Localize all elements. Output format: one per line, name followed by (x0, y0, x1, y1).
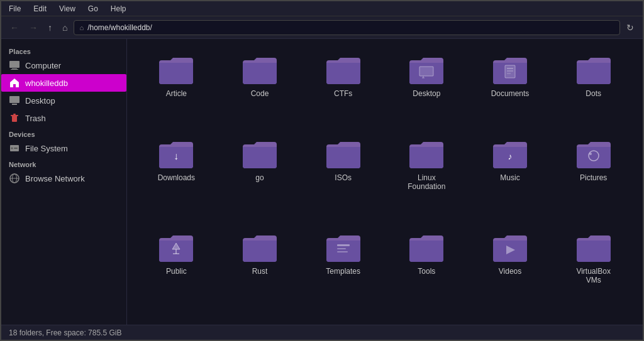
folder-label-ctfs: CTFs (334, 89, 352, 98)
folder-item-virtualbox-vms[interactable]: VirtualBox VMs (554, 227, 633, 315)
svg-text:♪: ♪ (508, 151, 512, 161)
folder-item-downloads[interactable]: ↓ Downloads (137, 133, 216, 221)
sidebar-item-desktop[interactable]: Desktop (1, 92, 126, 109)
file-area: Article Code CTFs Desktop Documents (127, 39, 643, 325)
sidebar-item-trash[interactable]: Trash (1, 109, 126, 127)
address-text: /home/whokilleddb/ (87, 23, 152, 32)
sidebar-label-trash: Trash (25, 114, 46, 123)
svg-point-9 (11, 148, 13, 149)
folder-label-linux-foundation: Linux Foundation (401, 173, 452, 191)
folder-label-public: Public (166, 267, 187, 276)
refresh-button[interactable]: ↻ (623, 20, 638, 35)
menu-file[interactable]: File (6, 3, 23, 14)
menu-go[interactable]: Go (86, 3, 101, 14)
sidebar-item-computer[interactable]: Computer (1, 57, 126, 74)
folder-label-videos: Videos (499, 267, 521, 276)
folder-icon-tools (408, 232, 445, 263)
network-header: Network (1, 157, 126, 170)
svg-rect-17 (505, 65, 515, 78)
svg-text:↓: ↓ (174, 151, 179, 161)
folder-icon-desktop (408, 54, 445, 85)
sidebar-item-filesystem[interactable]: File System (1, 139, 126, 157)
statusbar: 18 folders, Free space: 785.5 GiB (1, 325, 643, 340)
svg-rect-5 (12, 116, 17, 122)
folder-icon-code (242, 54, 278, 85)
svg-rect-2 (11, 69, 18, 70)
menubar: File Edit View Go Help (1, 1, 643, 16)
folder-label-virtualbox-vms: VirtualBox VMs (569, 267, 619, 284)
folder-icon-templates (325, 232, 362, 263)
svg-rect-10 (14, 148, 18, 149)
svg-rect-4 (12, 104, 17, 105)
folder-item-music[interactable]: ♪ Music (471, 133, 550, 221)
svg-rect-7 (13, 114, 16, 115)
sidebar: Places Computer whokilleddb Desktop Tras… (1, 39, 127, 325)
sidebar-item-browse-network[interactable]: Browse Network (1, 170, 126, 187)
back-button[interactable]: ← (6, 20, 23, 35)
sidebar-label-computer: Computer (25, 61, 61, 70)
folder-icon-go (242, 138, 278, 170)
folder-icon-pictures (575, 138, 612, 170)
folder-icon-linux-foundation (408, 138, 445, 170)
folder-label-tools: Tools (418, 267, 435, 276)
filesystem-icon (9, 143, 20, 154)
file-grid: Article Code CTFs Desktop Documents (137, 49, 633, 315)
folder-item-article[interactable]: Article (137, 49, 216, 128)
folder-item-pictures[interactable]: Pictures (554, 133, 633, 221)
up-button[interactable]: ↑ (44, 20, 56, 35)
svg-rect-27 (337, 244, 350, 246)
toolbar: ← → ↑ ⌂ ⌂ /home/whokilleddb/ ↻ (1, 16, 643, 39)
folder-icon-virtualbox-vms (575, 232, 612, 263)
places-header: Places (1, 44, 126, 57)
folder-icon-rust (242, 232, 278, 263)
folder-item-public[interactable]: Public (137, 227, 216, 315)
sidebar-label-whokilleddb: whokilleddb (25, 78, 68, 88)
folder-item-templates[interactable]: Templates (304, 227, 382, 315)
folder-label-article: Article (166, 89, 187, 98)
folder-item-tools[interactable]: Tools (387, 227, 466, 315)
svg-rect-3 (9, 96, 19, 103)
main-area: Places Computer whokilleddb Desktop Tras… (1, 39, 643, 325)
folder-icon-public (158, 232, 194, 263)
folder-item-videos[interactable]: Videos (471, 227, 550, 315)
svg-rect-0 (9, 61, 19, 68)
sidebar-item-whokilleddb[interactable]: whokilleddb (1, 74, 126, 92)
folder-icon-ctfs (325, 54, 362, 85)
menu-edit[interactable]: Edit (31, 3, 49, 14)
folder-label-desktop: Desktop (413, 89, 440, 98)
address-bar[interactable]: ⌂ /home/whokilleddb/ (74, 20, 620, 35)
folder-item-code[interactable]: Code (221, 49, 299, 128)
folder-item-rust[interactable]: Rust (221, 227, 299, 315)
folder-item-ctfs[interactable]: CTFs (304, 49, 382, 128)
home-button[interactable]: ⌂ (58, 20, 71, 35)
folder-icon-isos (325, 138, 362, 170)
folder-item-dots[interactable]: Dots (554, 49, 633, 128)
folder-item-go[interactable]: go (221, 133, 299, 221)
computer-icon (9, 60, 20, 71)
svg-rect-28 (337, 248, 346, 249)
folder-icon-dots (575, 54, 612, 85)
status-text: 18 folders, Free space: 785.5 GiB (9, 328, 121, 337)
folder-item-documents[interactable]: Documents (471, 49, 550, 128)
folder-label-dots: Dots (586, 89, 601, 98)
forward-button[interactable]: → (25, 20, 42, 35)
folder-item-linux-foundation[interactable]: Linux Foundation (387, 133, 466, 221)
svg-rect-29 (337, 251, 348, 252)
folder-label-isos: ISOs (335, 173, 352, 182)
home-address-icon: ⌂ (79, 24, 84, 31)
menu-view[interactable]: View (57, 3, 78, 14)
desktop-sidebar-icon (9, 95, 20, 106)
folder-icon-downloads: ↓ (158, 138, 194, 170)
svg-rect-14 (419, 67, 433, 76)
folder-item-desktop[interactable]: Desktop (387, 49, 466, 128)
folder-item-isos[interactable]: ISOs (304, 133, 382, 221)
svg-point-24 (589, 153, 592, 155)
menu-help[interactable]: Help (108, 3, 129, 14)
folder-label-code: Code (251, 89, 269, 98)
folder-label-go: go (255, 173, 264, 182)
folder-label-templates: Templates (326, 267, 360, 276)
sidebar-label-desktop: Desktop (25, 96, 55, 106)
sidebar-label-filesystem: File System (25, 144, 68, 153)
folder-icon-article (158, 54, 194, 85)
sidebar-label-browse-network: Browse Network (25, 174, 85, 183)
